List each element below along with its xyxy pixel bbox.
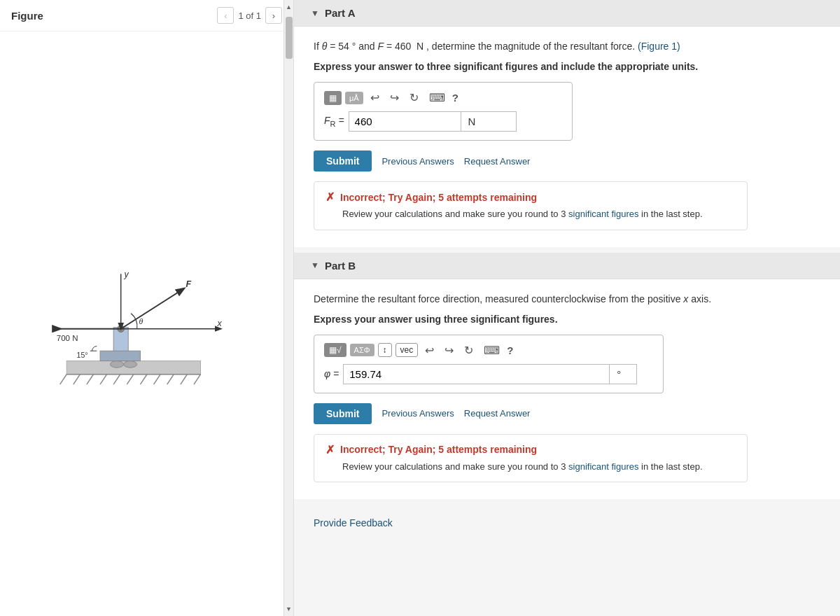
part-b-answer-label: φ = [324,368,339,379]
part-b-toolbar-btn4[interactable]: vec [396,343,419,357]
part-b-help-btn[interactable]: ? [507,344,513,356]
figure-diagram: y x F θ [35,247,259,401]
provide-feedback-link[interactable]: Provide Feedback [314,517,393,528]
part-b-keyboard-btn[interactable]: ⌨ [480,342,503,358]
provide-feedback-section: Provide Feedback [294,505,840,541]
part-b-header[interactable]: ▼ Part B [294,253,840,279]
figure-next-button[interactable]: › [265,7,282,24]
part-a-answer-label: FR = [324,115,344,128]
part-b-answer-row: φ = 159.74 ° [324,364,653,384]
part-b-submit-button[interactable]: Submit [314,403,372,424]
part-a-instruction: Express your answer to three significant… [314,61,820,72]
svg-line-8 [140,374,147,384]
part-a-request-answer-link[interactable]: Request Answer [464,156,531,167]
part-b-collapse-arrow[interactable]: ▼ [311,260,319,270]
svg-text:15°: 15° [76,350,88,358]
svg-text:y: y [123,270,129,279]
part-b-question: Determine the resultant force direction,… [314,292,820,307]
part-b-feedback-header: ✗ Incorrect; Try Again; 5 attempts remai… [326,443,736,456]
part-b-content: Determine the resultant force direction,… [294,279,840,500]
part-a-feedback-header: ✗ Incorrect; Try Again; 5 attempts remai… [326,190,736,204]
figure-header: Figure ‹ 1 of 1 › [0,0,293,31]
part-b-toolbar-btn1[interactable]: ▦√ [324,343,346,357]
svg-line-3 [73,374,80,384]
svg-line-25 [120,288,183,328]
part-a-section: ▼ Part A If θ = 54 ° and F = 460 N , det… [294,0,840,247]
figure-prev-button[interactable]: ‹ [217,7,234,24]
svg-line-4 [86,374,93,384]
svg-line-10 [167,374,174,384]
part-b-value-input[interactable]: 159.74 [343,364,609,384]
part-b-submit-row: Submit Previous Answers Request Answer [314,403,820,424]
part-a-unit-display: N [461,111,517,132]
figure-scrollbar[interactable]: ▲ ▼ [284,0,293,616]
part-a-header[interactable]: ▼ Part A [294,0,840,27]
part-b-refresh-btn[interactable]: ↻ [461,342,477,358]
svg-line-9 [153,374,160,384]
part-a-title: Part A [325,7,356,19]
part-a-submit-button[interactable]: Submit [314,150,372,172]
scroll-thumb[interactable] [286,17,293,59]
part-a-value-input[interactable]: 460 [349,111,461,132]
part-b-title: Part B [325,260,356,272]
part-a-sig-fig-link[interactable]: significant figures [568,209,638,219]
part-b-previous-answers-link[interactable]: Previous Answers [382,408,454,419]
svg-line-11 [180,374,187,384]
part-b-toolbar: ▦√ ΑΣΦ ↕ vec ↩ ↪ ↻ ⌨ ? [324,342,653,358]
part-a-previous-answers-link[interactable]: Previous Answers [382,156,454,167]
part-a-toolbar: ▦ μÅ ↩ ↪ ↻ ⌨ ? [324,90,562,106]
part-b-feedback-body: Review your calculations and make sure y… [342,460,736,474]
part-a-answer-row: FR = 460 N [324,111,562,132]
svg-text:700 N: 700 N [56,333,78,342]
part-b-answer-box: ▦√ ΑΣΦ ↕ vec ↩ ↪ ↻ ⌨ ? φ = 159.74 ° [314,335,664,393]
part-a-undo-btn[interactable]: ↩ [367,90,383,106]
part-b-feedback-title: Incorrect; Try Again; 5 attempts remaini… [340,444,537,455]
part-b-section: ▼ Part B Determine the resultant force d… [294,253,840,500]
part-b-redo-btn[interactable]: ↪ [441,342,457,358]
part-a-feedback-title: Incorrect; Try Again; 5 attempts remaini… [340,192,537,203]
svg-text:θ: θ [139,317,143,326]
part-b-toolbar-btn3[interactable]: ↕ [378,343,392,357]
part-a-help-btn[interactable]: ? [452,92,458,104]
figure-navigation: ‹ 1 of 1 › [217,7,282,24]
part-b-unit-display: ° [609,364,637,384]
figure-count: 1 of 1 [238,10,261,21]
scroll-down-arrow[interactable]: ▼ [284,602,294,616]
part-a-feedback-body: Review your calculations and make sure y… [342,207,736,221]
part-b-feedback-box: ✗ Incorrect; Try Again; 5 attempts remai… [314,434,748,483]
part-a-collapse-arrow[interactable]: ▼ [311,8,319,18]
part-a-toolbar-btn1[interactable]: ▦ [324,91,342,105]
part-b-undo-btn[interactable]: ↩ [421,342,438,358]
part-a-question: If θ = 54 ° and F = 460 N , determine th… [314,39,820,54]
right-panel: ▼ Part A If θ = 54 ° and F = 460 N , det… [294,0,840,616]
part-b-request-answer-link[interactable]: Request Answer [464,408,531,419]
part-b-toolbar-btn2[interactable]: ΑΣΦ [350,344,374,356]
scroll-up-arrow[interactable]: ▲ [284,0,294,14]
svg-point-15 [110,360,123,368]
svg-line-12 [193,374,200,384]
part-a-redo-btn[interactable]: ↪ [386,90,402,106]
part-a-answer-box: ▦ μÅ ↩ ↪ ↻ ⌨ ? FR = 460 N [314,82,573,141]
svg-rect-14 [100,351,140,360]
part-b-error-icon: ✗ [326,443,335,456]
figure-canvas: y x F θ [0,31,293,616]
part-a-feedback-box: ✗ Incorrect; Try Again; 5 attempts remai… [314,181,748,230]
figure-panel: Figure ‹ 1 of 1 › [0,0,294,616]
svg-text:F: F [186,279,191,289]
svg-text:x: x [216,318,222,328]
svg-line-7 [127,374,134,384]
svg-line-2 [59,374,66,384]
part-b-instruction: Express your answer using three signific… [314,314,820,325]
svg-line-6 [113,374,120,384]
svg-line-5 [100,374,107,384]
part-a-toolbar-btn2[interactable]: μÅ [345,92,363,104]
svg-point-16 [123,360,136,368]
part-a-error-icon: ✗ [326,190,335,204]
part-a-content: If θ = 54 ° and F = 460 N , determine th… [294,27,840,247]
figure-title: Figure [11,10,43,22]
part-a-keyboard-btn[interactable]: ⌨ [426,90,449,106]
part-b-sig-fig-link[interactable]: significant figures [568,461,638,472]
part-a-refresh-btn[interactable]: ↻ [406,90,422,106]
part-a-submit-row: Submit Previous Answers Request Answer [314,150,820,172]
figure-link-a[interactable]: (Figure 1) [638,41,680,52]
